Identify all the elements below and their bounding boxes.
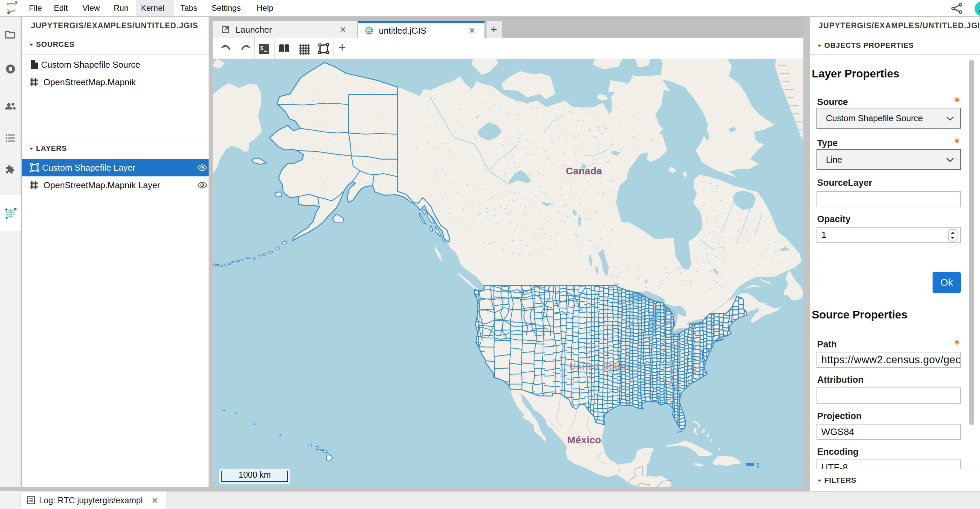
svg-text:Canada: Canada [566, 166, 602, 176]
svg-text:México: México [567, 435, 601, 445]
svg-text:$: $ [260, 45, 263, 51]
